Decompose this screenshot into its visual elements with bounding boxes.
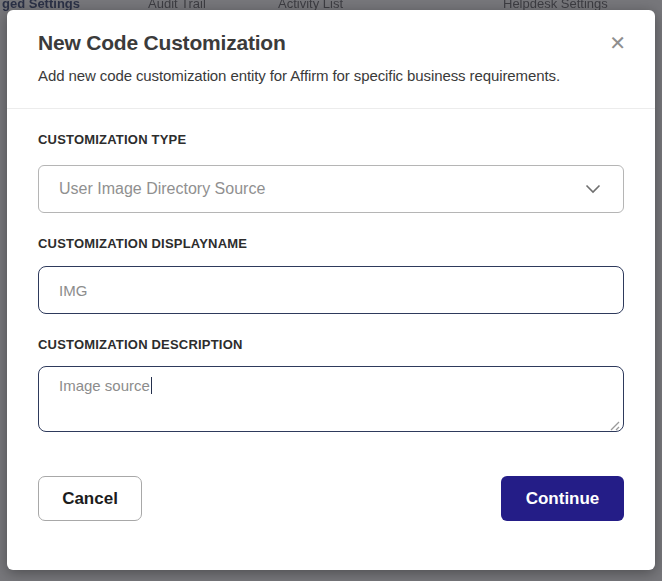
continue-button[interactable]: Continue [501,476,624,521]
resize-handle-icon[interactable] [609,417,620,428]
dialog-title: New Code Customization [38,31,286,55]
chevron-down-icon [585,184,601,194]
description-text: Image source [59,377,150,394]
customization-type-label: CUSTOMIZATION TYPE [38,132,624,147]
cancel-button[interactable]: Cancel [38,476,142,521]
dialog-subtitle: Add new code customization entity for Af… [7,67,655,84]
dialog-header: New Code Customization ✕ [7,10,655,55]
selected-option-text: User Image Directory Source [59,180,265,198]
customization-type-select[interactable]: User Image Directory Source [38,165,624,213]
close-icon[interactable]: ✕ [605,31,630,55]
dialog-footer: Cancel Continue [7,476,655,521]
text-caret [151,377,153,394]
dialog-body: CUSTOMIZATION TYPE User Image Directory … [7,132,655,432]
new-code-customization-dialog: New Code Customization ✕ Add new code cu… [7,10,655,570]
customization-description-label: CUSTOMIZATION DESCRIPTION [38,337,624,352]
customization-description-textarea[interactable]: Image source [38,366,624,432]
customization-displayname-label: CUSTOMIZATION DISPLAYNAME [38,236,624,251]
customization-displayname-input[interactable] [38,266,624,314]
header-divider [7,108,655,109]
